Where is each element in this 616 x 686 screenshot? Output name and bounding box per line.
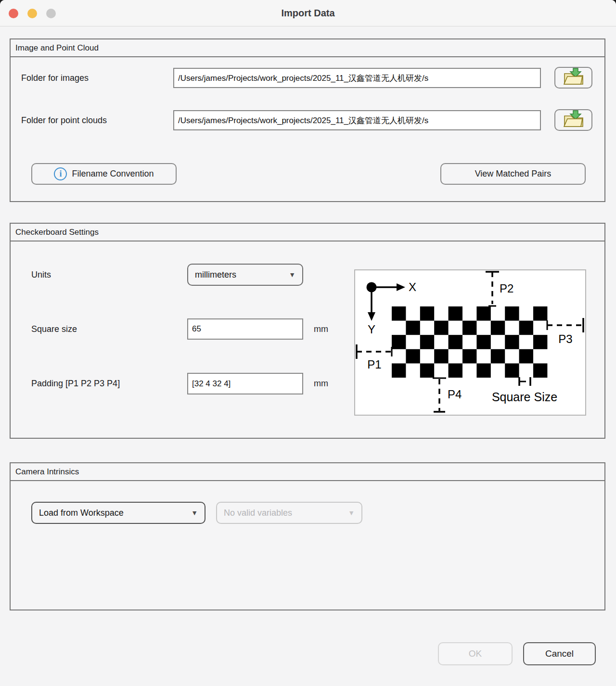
checkerboard-settings-panel: Checkerboard Settings Units millimeters …	[10, 223, 605, 439]
filename-convention-button[interactable]: i Filename Convention	[31, 163, 177, 185]
browse-point-clouds-folder-button[interactable]	[554, 109, 592, 131]
chevron-down-icon: ▼	[191, 509, 198, 517]
intrinsics-variables-dropdown[interactable]: No valid variables ▼	[216, 502, 362, 524]
padding-label: Padding [P1 P2 P3 P4]	[31, 373, 120, 394]
title-bar: Import Data	[0, 0, 616, 26]
diagram-square-size-label: Square Size	[492, 390, 557, 404]
folder-for-images-input[interactable]	[173, 68, 541, 88]
padding-unit-label: mm	[314, 373, 328, 394]
square-size-label: Square size	[31, 318, 77, 340]
panel-title-image-point-cloud: Image and Point Cloud	[11, 39, 604, 57]
import-data-dialog: Import Data Image and Point Cloud Folder…	[0, 0, 616, 686]
cancel-button[interactable]: Cancel	[523, 642, 596, 665]
cancel-button-label: Cancel	[545, 648, 574, 659]
intrinsics-source-value: Load from Workspace	[39, 508, 124, 518]
window-title: Import Data	[0, 0, 616, 26]
browse-images-folder-button[interactable]	[554, 67, 592, 89]
diagram-x-axis-label: X	[409, 280, 416, 293]
ok-button-label: OK	[469, 648, 482, 659]
diagram-y-axis-label: Y	[368, 323, 375, 336]
image-point-cloud-panel: Image and Point Cloud Folder for images …	[10, 38, 605, 202]
intrinsics-source-dropdown[interactable]: Load from Workspace ▼	[31, 502, 205, 524]
diagram-p3-label: P3	[558, 332, 572, 345]
folder-for-images-label: Folder for images	[21, 68, 89, 88]
chevron-down-icon: ▼	[289, 271, 295, 279]
panel-title-checkerboard-settings: Checkerboard Settings	[11, 224, 604, 241]
square-size-input[interactable]	[187, 318, 303, 340]
filename-convention-label: Filename Convention	[72, 169, 154, 179]
square-size-unit-label: mm	[314, 318, 328, 340]
camera-intrinsics-panel: Camera Intrinsics Load from Workspace ▼ …	[10, 462, 605, 610]
diagram-p4-label: P4	[448, 388, 462, 401]
units-dropdown-value: millimeters	[195, 270, 236, 280]
intrinsics-variables-value: No valid variables	[224, 508, 292, 518]
chevron-down-icon: ▼	[348, 509, 355, 517]
ok-button[interactable]: OK	[438, 642, 513, 665]
units-dropdown[interactable]: millimeters ▼	[187, 264, 303, 286]
units-label: Units	[31, 264, 51, 286]
folder-import-icon	[563, 110, 585, 131]
folder-import-icon	[563, 67, 585, 89]
checkerboard-diagram: X Y P2 P3 P1	[354, 269, 586, 416]
info-icon: i	[54, 167, 67, 180]
padding-input[interactable]	[187, 373, 303, 394]
view-matched-pairs-button[interactable]: View Matched Pairs	[440, 163, 586, 185]
checkerboard-diagram-svg: X Y P2 P3 P1	[355, 270, 585, 415]
folder-for-point-clouds-label: Folder for point clouds	[21, 110, 107, 130]
diagram-p1-label: P1	[367, 358, 381, 371]
panel-title-camera-intrinsics: Camera Intrinsics	[11, 463, 604, 481]
diagram-p2-label: P2	[500, 282, 513, 295]
view-matched-pairs-label: View Matched Pairs	[475, 169, 552, 179]
folder-for-point-clouds-input[interactable]	[173, 110, 541, 130]
